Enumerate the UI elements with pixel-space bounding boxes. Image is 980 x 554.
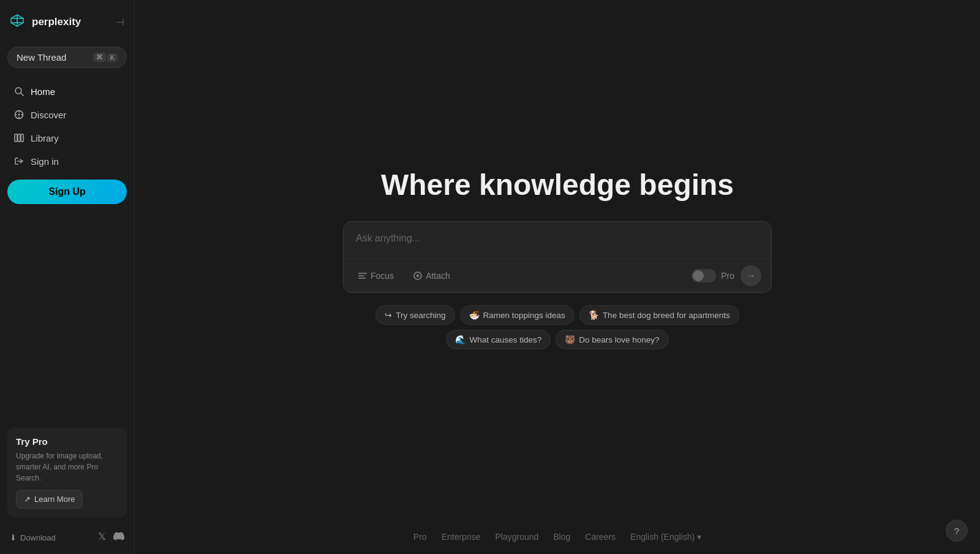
sidebar-item-home[interactable]: Home <box>7 80 127 102</box>
suggestions-area: ↪ Try searching 🍜 Ramen toppings ideas 🐕… <box>343 305 772 349</box>
pro-label: Pro <box>721 271 734 281</box>
language-selector[interactable]: English (English) ▾ <box>630 532 701 542</box>
shortcut-key: K <box>107 53 118 62</box>
bears-icon: 🐻 <box>565 335 575 344</box>
attach-label: Attach <box>426 271 450 281</box>
sidebar-item-home-label: Home <box>31 86 55 97</box>
hero-title: Where knowledge begins <box>381 168 734 202</box>
svg-point-4 <box>18 114 20 116</box>
tides-icon: 🌊 <box>455 335 466 344</box>
footer-enterprise-link[interactable]: Enterprise <box>442 532 481 542</box>
footer-blog-link[interactable]: Blog <box>553 532 570 542</box>
svg-rect-9 <box>15 134 17 142</box>
svg-rect-11 <box>21 134 23 142</box>
signin-icon <box>13 156 24 167</box>
sign-up-button[interactable]: Sign Up <box>7 180 127 204</box>
suggestion-chip-ramen[interactable]: 🍜 Ramen toppings ideas <box>460 305 575 325</box>
footer-playground-link[interactable]: Playground <box>495 532 538 542</box>
perplexity-logo-icon <box>7 12 27 32</box>
sidebar-item-discover[interactable]: Discover <box>7 104 127 126</box>
suggestion-chip-bears[interactable]: 🐻 Do bears love honey? <box>556 330 668 349</box>
submit-icon: → <box>746 270 756 281</box>
try-pro-description: Upgrade for image upload, smarter AI, an… <box>16 450 118 484</box>
learn-more-button[interactable]: ↗ Learn More <box>16 490 83 509</box>
try-pro-title: Try Pro <box>16 436 118 447</box>
discord-icon[interactable] <box>113 531 124 544</box>
new-thread-label: New Thread <box>17 52 66 63</box>
compass-icon <box>13 109 24 120</box>
dog-label: The best dog breed for apartments <box>603 311 730 320</box>
search-toolbar: Focus Attach Pro → <box>344 259 771 292</box>
submit-button[interactable]: → <box>741 265 761 286</box>
language-label: English (English) <box>630 532 695 542</box>
sidebar-item-signin-label: Sign in <box>31 156 59 167</box>
ramen-label: Ramen toppings ideas <box>483 311 565 320</box>
sidebar-item-discover-label: Discover <box>31 110 66 120</box>
twitter-icon[interactable]: 𝕏 <box>98 531 106 544</box>
focus-label: Focus <box>371 271 394 281</box>
suggestion-chip-dog-breed[interactable]: 🐕 The best dog breed for apartments <box>579 305 739 325</box>
search-input-area[interactable]: Ask anything... <box>344 222 771 259</box>
search-box: Ask anything... Focus Attach <box>343 221 772 293</box>
logo-row: perplexity ⊣ <box>7 10 127 34</box>
suggestion-chip-tides[interactable]: 🌊 What causes tides? <box>446 330 551 349</box>
svg-line-2 <box>21 93 23 96</box>
sidebar: perplexity ⊣ New Thread ⌘ K Home <box>0 0 135 554</box>
main-content: Where knowledge begins Ask anything... F… <box>135 0 980 554</box>
help-button[interactable]: ? <box>946 520 968 542</box>
download-icon: ⬇ <box>10 533 17 542</box>
ramen-icon: 🍜 <box>469 310 480 320</box>
sidebar-footer: ⬇ Download 𝕏 <box>7 526 127 544</box>
learn-more-arrow-icon: ↗ <box>24 495 31 504</box>
bears-label: Do bears love honey? <box>579 335 659 344</box>
logo-area: perplexity <box>7 12 81 32</box>
svg-rect-10 <box>18 134 20 142</box>
collapse-sidebar-button[interactable]: ⊣ <box>113 14 127 31</box>
library-icon <box>13 132 24 143</box>
search-icon <box>13 86 24 97</box>
sidebar-item-library-label: Library <box>31 133 59 143</box>
collapse-icon: ⊣ <box>116 17 124 28</box>
new-thread-button[interactable]: New Thread ⌘ K <box>7 47 127 68</box>
attach-icon <box>413 271 422 280</box>
footer-pro-link[interactable]: Pro <box>413 532 427 542</box>
focus-button[interactable]: Focus <box>353 268 399 283</box>
tides-label: What causes tides? <box>469 335 541 344</box>
sidebar-nav: Home Discover <box>7 80 127 172</box>
attach-button[interactable]: Attach <box>409 268 455 283</box>
toggle-knob <box>693 270 704 281</box>
sidebar-item-library[interactable]: Library <box>7 127 127 149</box>
new-thread-shortcut: ⌘ K <box>93 53 118 62</box>
help-icon: ? <box>954 526 959 536</box>
chevron-down-icon: ▾ <box>697 532 701 542</box>
social-icons: 𝕏 <box>98 531 124 544</box>
focus-icon <box>358 271 367 280</box>
try-pro-section: Try Pro Upgrade for image upload, smarte… <box>7 428 127 517</box>
shortcut-cmd: ⌘ <box>93 53 106 62</box>
learn-more-label: Learn More <box>34 495 75 504</box>
download-link[interactable]: ⬇ Download <box>10 533 56 542</box>
main-footer: Pro Enterprise Playground Blog Careers E… <box>413 532 701 542</box>
footer-careers-link[interactable]: Careers <box>585 532 616 542</box>
dog-icon: 🐕 <box>589 310 599 320</box>
toolbar-right: Pro → <box>692 265 761 286</box>
sidebar-bottom: Try Pro Upgrade for image upload, smarte… <box>7 418 127 544</box>
try-searching-icon: ↪ <box>385 310 392 320</box>
sidebar-item-signin[interactable]: Sign in <box>7 150 127 172</box>
search-placeholder: Ask anything... <box>356 233 420 243</box>
try-searching-label: Try searching <box>396 311 445 320</box>
suggestion-chip-try-searching[interactable]: ↪ Try searching <box>375 305 454 325</box>
logo-text: perplexity <box>32 16 81 28</box>
pro-toggle[interactable]: Pro <box>692 269 734 283</box>
pro-toggle-switch[interactable] <box>692 269 716 283</box>
download-label: Download <box>20 533 56 542</box>
